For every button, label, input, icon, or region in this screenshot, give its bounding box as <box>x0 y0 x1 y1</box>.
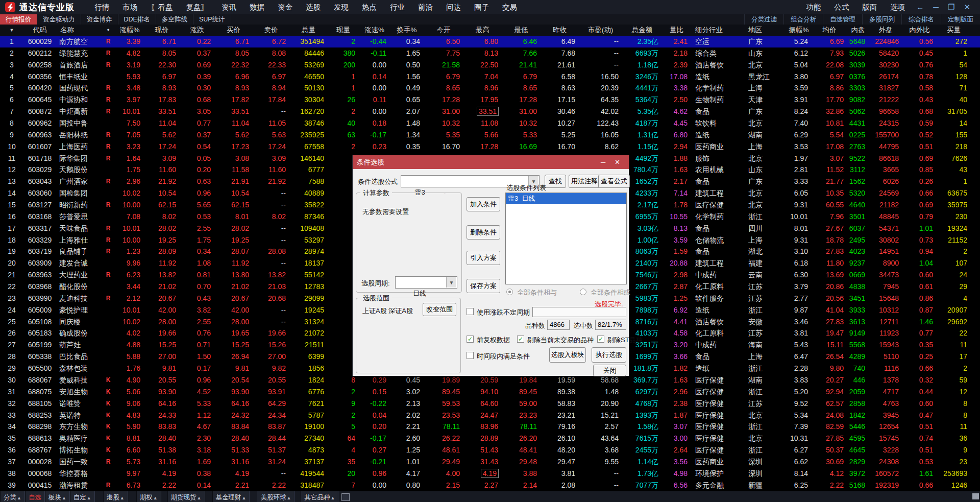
header-open[interactable]: 今开 <box>424 25 463 36</box>
checkbox-exclude-st[interactable]: ✓ <box>597 336 604 343</box>
bottom-tab-5[interactable]: 期权▲ <box>136 491 161 502</box>
menu-item-7[interactable]: 选股 <box>299 0 327 14</box>
radio-all-and[interactable] <box>506 289 513 295</box>
table-row[interactable]: 1600029南方航空R3.396.710.226.716.723514942-… <box>0 36 980 47</box>
toolbar-tab-4[interactable]: 多空阵线 <box>156 14 193 25</box>
bottom-tab-7[interactable]: 基金理财▲ <box>212 491 250 502</box>
bottom-tab-4[interactable]: 港股▲ <box>103 491 128 502</box>
dialog-titlebar[interactable]: 条件选股 ─ ✕ <box>353 155 629 169</box>
bottom-tab-8[interactable]: 美股环球▲ <box>257 491 295 502</box>
toolbar-action-4[interactable]: 综合排名 <box>901 14 941 25</box>
updown-period-input[interactable] <box>532 307 626 317</box>
header-reg[interactable]: 地区 <box>744 25 786 36</box>
header-sp[interactable]: 卖价 <box>253 25 289 36</box>
menu-item-8[interactable]: 发现 <box>327 0 355 14</box>
restore-icon[interactable]: ❐ <box>943 3 959 12</box>
menu-right-item-0[interactable]: 功能 <box>799 0 827 14</box>
header-ib[interactable]: 内盘 <box>847 25 869 36</box>
menu-right-item-3[interactable]: 选项 <box>884 0 912 14</box>
checkbox-updown-period[interactable] <box>467 308 474 315</box>
header-mark[interactable]: • <box>101 25 115 36</box>
header-ob[interactable]: 外盘 <box>869 25 902 36</box>
menu-item-1[interactable]: 市场 <box>116 0 144 14</box>
header-pe[interactable]: 市盈(动) <box>579 25 622 36</box>
execute-select-button[interactable]: 执行选股 <box>592 347 626 363</box>
bottom-tab-1[interactable]: 自选 <box>25 491 45 502</box>
menu-item-9[interactable]: 热点 <box>355 0 383 14</box>
table-row[interactable]: 38000068华控赛格9.974.190.384.19--419544200.… <box>0 468 980 480</box>
header-amp[interactable]: 振幅% <box>786 25 812 36</box>
table-row[interactable]: 33688253英诺特K4.8324.331.1224.3224.3457872… <box>0 410 980 421</box>
select-to-block-button[interactable]: 选股入板块 <box>549 347 586 363</box>
menu-item-0[interactable]: 行情 <box>88 0 116 14</box>
toolbar-tab-1[interactable]: 资金驱动力 <box>37 14 81 25</box>
toolbar-action-1[interactable]: 组合分析 <box>783 14 823 25</box>
menu-item-12[interactable]: 问达 <box>439 0 468 14</box>
save-plan-button[interactable]: 保存方案 <box>467 279 500 293</box>
dialog-minimize-icon[interactable]: ─ <box>596 158 610 166</box>
toolbar-action-5[interactable]: 定制版面 <box>941 14 980 25</box>
checkbox-time-range[interactable] <box>467 352 474 359</box>
close-button[interactable]: 关闭 <box>593 365 626 376</box>
bottom-tab-2[interactable]: 板块▲ <box>45 491 70 502</box>
toolbar-action-3[interactable]: 多股同列 <box>862 14 901 25</box>
header-high[interactable]: 最高 <box>463 25 502 36</box>
checkbox-exclude-untraded[interactable]: ✓ <box>517 336 524 343</box>
bottom-tab-0[interactable]: 分类▲ <box>0 491 25 502</box>
menu-right-item-1[interactable]: 公式 <box>827 0 855 14</box>
period-combobox[interactable]: 日线 ▼ <box>395 276 457 289</box>
change-range-button[interactable]: 改变范围 <box>423 303 456 316</box>
header-rat[interactable]: 内外比 <box>902 25 937 36</box>
toolbar-tab-5[interactable]: SUP统计 <box>193 14 231 25</box>
chevron-down-icon[interactable]: ▼ <box>446 277 456 288</box>
table-row[interactable]: 32688105诺唯赞K9.0664.165.3364.1664.2976219… <box>0 398 980 410</box>
add-condition-button[interactable]: 加入条件 <box>467 197 500 211</box>
delete-condition-button[interactable]: 删除条件 <box>467 225 500 240</box>
condition-listbox[interactable]: 雷3 日线 <box>505 193 627 284</box>
table-row[interactable]: 9600963岳阳林纸R7.055.620.375.625.6323592563… <box>0 129 980 141</box>
checkbox-forward-adjusted[interactable]: ✓ <box>467 336 474 343</box>
minimize-icon[interactable]: ─ <box>928 3 943 12</box>
bottom-tab-6[interactable]: 期货现货▲ <box>167 491 205 502</box>
usage-note-button[interactable]: 用法注释 <box>569 175 600 188</box>
table-row[interactable]: 4600356恒丰纸业5.936.970.396.966.974655010.1… <box>0 71 980 83</box>
toolbar-tab-3[interactable]: DDE排名 <box>118 14 156 25</box>
table-row[interactable]: 36688767博拓生物K6.6051.383.1851.3351.374873… <box>0 444 980 456</box>
menu-item-10[interactable]: 行业 <box>383 0 411 14</box>
header-px[interactable]: 现价 <box>144 25 180 36</box>
header-bp[interactable]: 买价 <box>214 25 253 36</box>
toolbar-action-0[interactable]: 分类过滤 <box>744 14 783 25</box>
import-plan-button[interactable]: 引入方案 <box>467 251 500 265</box>
header-avg[interactable]: 均价 <box>812 25 847 36</box>
table-row[interactable]: 5600420国药现代R3.488.930.308.938.945013010.… <box>0 82 980 94</box>
header-low[interactable]: 最低 <box>502 25 541 36</box>
dialog-close-icon[interactable]: ✕ <box>610 158 625 166</box>
table-row[interactable]: 35688613奥精医疗K8.8128.402.3028.4028.442734… <box>0 433 980 444</box>
menu-item-2[interactable]: 〖看盘 <box>144 0 180 14</box>
menu-item-5[interactable]: 数据 <box>243 0 271 14</box>
header-xl[interactable]: 现量 <box>328 25 359 36</box>
header-prev[interactable]: 昨收 <box>541 25 579 36</box>
table-row[interactable]: 3600258首旅酒店R3.1922.300.6922.3222.3353269… <box>0 59 980 71</box>
menu-item-13[interactable]: 圈子 <box>468 0 496 14</box>
close-icon[interactable]: ✕ <box>959 3 975 12</box>
table-row[interactable]: 8600962国投中鲁7.5011.040.7711.0411.05387464… <box>0 117 980 129</box>
radio-all-or[interactable] <box>580 289 586 295</box>
condition-list-item[interactable]: 雷3 日线 <box>506 193 626 204</box>
bottom-tab-3[interactable]: 自定▲ <box>70 491 95 502</box>
header-vol[interactable]: 总量 <box>289 25 328 36</box>
header-bv[interactable]: 买量 <box>937 25 971 36</box>
menu-item-6[interactable]: 资金 <box>271 0 299 14</box>
bottom-tab-9[interactable]: 其它品种▲ <box>301 491 338 502</box>
menu-right-item-2[interactable]: 版面 <box>855 0 884 14</box>
table-row[interactable]: 37000028国药一致R5.7331.161.6931.1631.243713… <box>0 456 980 468</box>
menu-item-11[interactable]: 前沿 <box>411 0 439 14</box>
table-header[interactable]: ▼代码名称•涨幅%现价涨跌买价卖价总量现量涨速%换手%今开最高最低昨收市盈(动)… <box>0 25 980 36</box>
toolbar-action-2[interactable]: 自选管理 <box>823 14 862 25</box>
view-formula-button[interactable]: 查看公式 <box>598 175 630 188</box>
table-row[interactable]: 7600872中炬高新R10.0133.513.0533.51--1627202… <box>0 106 980 117</box>
header-lb[interactable]: 量比 <box>662 25 691 36</box>
table-row[interactable]: 31688075安旭生物K5.0693.904.5293.9093.916776… <box>0 386 980 398</box>
header-zs[interactable]: 涨速% <box>359 25 390 36</box>
header-zf[interactable]: 涨幅% <box>115 25 144 36</box>
